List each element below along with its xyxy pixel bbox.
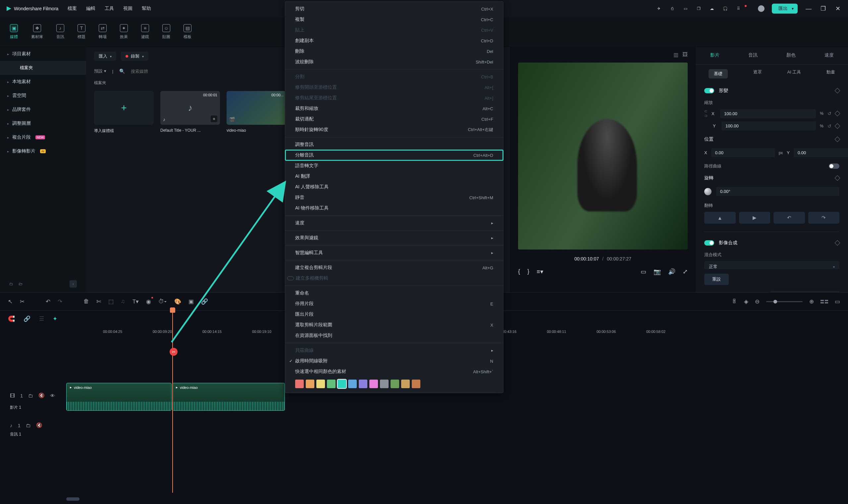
ctx-fit[interactable]: 裁切適配Ctrl+F xyxy=(285,114,503,124)
scale-x-input[interactable] xyxy=(720,109,816,118)
new-folder-icon[interactable]: 🗀 xyxy=(9,282,13,286)
path-toggle[interactable] xyxy=(829,163,840,169)
sidebar-compound[interactable]: ▸複合片段NEW xyxy=(0,130,86,144)
ctx-delete[interactable]: 刪除Del xyxy=(285,46,503,57)
sidebar-project-media[interactable]: ▸項目素材 xyxy=(0,47,86,61)
color-swatch[interactable] xyxy=(359,380,367,388)
fullscreen-preview-icon[interactable]: ▭ xyxy=(641,268,646,275)
ctx-speech-to-text[interactable]: 語音轉文字 xyxy=(285,161,503,171)
subtab-mask[interactable]: 遮罩 xyxy=(753,69,762,78)
color-swatch[interactable] xyxy=(380,380,388,388)
timeline-clip[interactable]: ▸video-miao xyxy=(172,383,285,411)
ctx-disable-clip[interactable]: 停用片段E xyxy=(285,299,503,309)
color-swatch[interactable] xyxy=(306,380,314,388)
layers-icon[interactable]: ❐ xyxy=(696,6,702,12)
blade-icon[interactable]: ✂ xyxy=(20,298,24,305)
snapshot-icon[interactable]: 📷 xyxy=(654,268,661,275)
media-search-input[interactable] xyxy=(131,69,184,74)
mute-icon[interactable]: 🔇 xyxy=(36,422,42,428)
color-swatch[interactable] xyxy=(316,380,325,388)
color-swatch[interactable] xyxy=(327,380,335,388)
mark-out-icon[interactable]: } xyxy=(527,268,529,275)
ctx-copy[interactable]: 複製Ctrl+C xyxy=(285,14,503,25)
cloud-icon[interactable]: ☁ xyxy=(709,6,715,12)
playhead[interactable] xyxy=(172,311,173,493)
sidebar-cloud[interactable]: ▸雲空間 xyxy=(0,89,86,103)
tool-media[interactable]: ▣媒體 xyxy=(10,24,18,40)
layers-tl-icon[interactable]: ☰ xyxy=(39,316,44,322)
tool-audio[interactable]: ♪音訊 xyxy=(56,24,64,40)
tool-effects[interactable]: ✦效果 xyxy=(120,24,128,40)
composite-toggle[interactable] xyxy=(704,240,714,246)
sidebar-adjustment[interactable]: ▸調整圖層 xyxy=(0,116,86,130)
flip-h-button[interactable]: ▲ xyxy=(704,212,736,224)
close-button[interactable]: ✕ xyxy=(834,5,842,12)
avatar[interactable] xyxy=(758,5,764,12)
keyframe-icon[interactable] xyxy=(835,111,841,116)
ctx-mute[interactable]: 靜音Ctrl+Shift+M xyxy=(285,192,503,203)
reset-icon[interactable]: ↺ xyxy=(828,111,831,116)
menu-view[interactable]: 視圖 xyxy=(123,6,133,12)
color-swatch[interactable] xyxy=(369,380,378,388)
sidebar-folder[interactable]: 檔案夾 xyxy=(0,61,86,75)
split-marker-icon[interactable]: ✂ xyxy=(170,348,177,356)
fit-icon[interactable]: ▭ xyxy=(835,298,840,305)
ctx-select-same-color[interactable]: 快速選中相同顏色的素材Alt+Shift+` xyxy=(285,366,503,377)
color-swatch[interactable] xyxy=(401,380,410,388)
mark-in-icon[interactable]: { xyxy=(518,268,520,275)
color-swatch[interactable] xyxy=(338,380,346,388)
tab-video[interactable]: 影片 xyxy=(710,52,720,58)
delete-icon[interactable]: 🗑 xyxy=(84,298,89,305)
ctx-adjust-audio[interactable]: 調整音訊 xyxy=(285,139,503,150)
sidebar-local[interactable]: ▸本地素材 xyxy=(0,75,86,89)
pos-y-input[interactable] xyxy=(794,148,848,157)
export-button[interactable]: 匯出 xyxy=(772,4,798,14)
clip-icon[interactable]: ▣ xyxy=(189,298,194,305)
color-tool-icon[interactable]: 🎨 xyxy=(174,298,181,305)
rotate-cw-button[interactable]: ↷ xyxy=(808,212,840,224)
subtab-animation[interactable]: 動畫 xyxy=(827,69,835,78)
timeline-scrollbar[interactable] xyxy=(66,497,782,501)
ctx-ripple-delete[interactable]: 波紋刪除Shift+Del xyxy=(285,57,503,67)
cut-icon[interactable]: ✄ xyxy=(97,298,101,305)
keyframe-icon[interactable] xyxy=(835,88,841,94)
mixer-icon[interactable]: 🎚 xyxy=(732,298,737,305)
ctx-rotate90[interactable]: 順時針旋轉90度Ctrl+Alt+右鍵 xyxy=(285,124,503,135)
ctx-smart-edit[interactable]: 智慧編輯工具▸ xyxy=(285,248,503,258)
minimize-button[interactable]: — xyxy=(805,5,812,12)
sidebar-imagetovideo[interactable]: ▸影像轉影片AI xyxy=(0,144,86,158)
scale-y-input[interactable] xyxy=(722,122,816,130)
zoom-out-icon[interactable]: ⊖ xyxy=(755,298,760,305)
rotate-ccw-button[interactable]: ↶ xyxy=(774,212,805,224)
record-icon[interactable]: ◉ xyxy=(146,298,151,305)
link-icon[interactable]: ⊂⊃ xyxy=(704,109,708,118)
tool-filters[interactable]: ≡濾鏡 xyxy=(141,24,149,40)
ctx-crop-zoom[interactable]: 裁剪和縮放Alt+C xyxy=(285,103,503,114)
sidebar-brandkit[interactable]: ▸品牌套件 xyxy=(0,103,86,116)
grid-icon[interactable]: ⠿ xyxy=(735,6,741,12)
menu-help[interactable]: 幫助 xyxy=(142,6,151,12)
lock-icon[interactable]: 👁 xyxy=(50,393,55,398)
expand-icon[interactable]: ⤢ xyxy=(683,268,688,275)
ctx-select-range[interactable]: 選取剪輯片段範圍X xyxy=(285,320,503,330)
menu-file[interactable]: 檔案 xyxy=(68,6,77,12)
link-icon[interactable]: 🔗 xyxy=(201,298,208,305)
import-dropdown[interactable]: 匯入 xyxy=(94,52,116,61)
transform-toggle[interactable] xyxy=(704,88,714,93)
collapse-sidebar-button[interactable]: ‹ xyxy=(70,280,77,288)
ctx-duplicate[interactable]: 創建副本Ctrl+D xyxy=(285,35,503,46)
zoom-slider[interactable] xyxy=(766,301,802,302)
ctx-effects-filters[interactable]: 效果與濾鏡▸ xyxy=(285,233,503,243)
zoom-in-icon[interactable]: ⊕ xyxy=(809,298,814,305)
magnet-icon[interactable]: 🧲 xyxy=(8,316,15,322)
track-layout-icon[interactable] xyxy=(820,300,828,304)
color-swatch[interactable] xyxy=(348,380,357,388)
flip-v-button[interactable]: ▶ xyxy=(739,212,771,224)
add-to-timeline-button[interactable]: + xyxy=(211,115,217,122)
keyframe-icon[interactable] xyxy=(835,137,841,142)
marker-add-icon[interactable]: ✦ xyxy=(53,316,57,322)
open-folder-icon[interactable]: 🗁 xyxy=(19,282,22,286)
ctx-ai-translate[interactable]: AI 翻譯 xyxy=(285,171,503,182)
save-icon[interactable]: ⎙ xyxy=(669,6,675,12)
tab-audio[interactable]: 音訊 xyxy=(748,52,758,58)
